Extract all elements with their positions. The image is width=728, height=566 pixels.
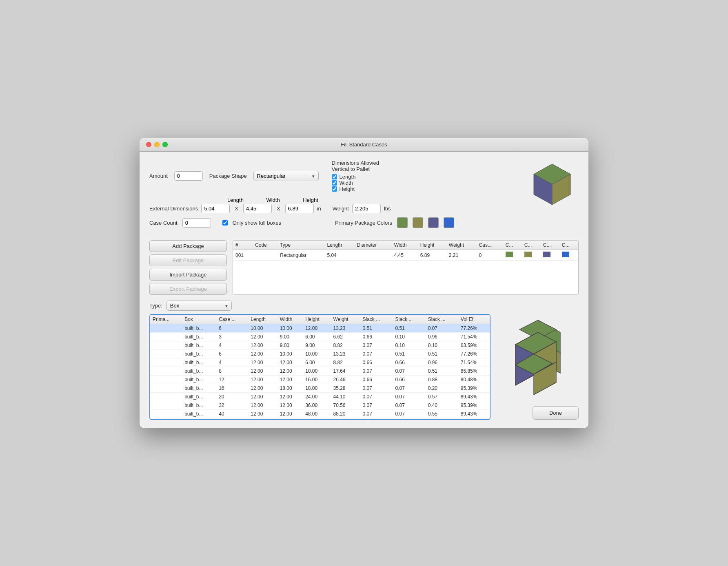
upper-table: # Code Type Length Diameter Width Height… [233, 241, 578, 261]
bt-cell-height: 18.00 [303, 384, 331, 393]
bt-cell-height: 6.00 [303, 333, 331, 341]
list-item[interactable]: built_b... 4 12.00 9.00 9.00 8.82 0.07 0… [150, 341, 490, 350]
bt-col-length: Length [248, 315, 277, 324]
list-item[interactable]: built_b... 32 12.00 12.00 36.00 70.56 0.… [150, 401, 490, 410]
bt-cell-box: built_b... [182, 376, 216, 384]
list-item[interactable]: built_b... 20 12.00 12.00 24.00 44.10 0.… [150, 393, 490, 401]
table-row[interactable]: 001 Rectangular 5.04 4.45 6.89 2.21 0 [233, 250, 578, 261]
bottom-table-wrapper[interactable]: Prima... Box Case ... Length Width Heigh… [149, 314, 491, 420]
amount-label: Amount [149, 173, 168, 179]
col-c3: C... [541, 241, 559, 250]
bt-cell-s3: 0.07 [426, 324, 458, 333]
type-select[interactable]: Box Bag Pallet Tray [166, 301, 232, 311]
done-button[interactable]: Done [533, 406, 579, 420]
bt-cell-weight: 13.23 [331, 350, 360, 358]
bt-cell-s3: 0.10 [426, 341, 458, 350]
bt-cell-length: 12.00 [248, 384, 277, 393]
width-checkbox[interactable] [332, 180, 337, 186]
bt-cell-s1: 0.07 [360, 350, 393, 358]
bt-cell-width: 12.00 [277, 401, 303, 410]
bt-cell-vol: 85.85% [458, 367, 490, 376]
add-package-button[interactable]: Add Package [149, 240, 227, 252]
bt-cell-height: 6.00 [303, 358, 331, 367]
color-swatch-1[interactable] [397, 217, 408, 228]
button-column: Add Package Edit Package Import Package … [149, 240, 227, 295]
bt-col-prima: Prima... [150, 315, 182, 324]
bt-cell-box: built_b... [182, 410, 216, 418]
bt-cell-s1: 0.07 [360, 393, 393, 401]
package-shape-select[interactable]: Rectangular Cylindrical Irregular [253, 171, 319, 181]
bt-cell-width: 10.00 [277, 418, 303, 420]
list-item[interactable]: built_b... 16 12.00 18.00 18.00 35.28 0.… [150, 384, 490, 393]
height-checkbox[interactable] [332, 186, 337, 192]
list-item[interactable]: built_b... 8 12.00 12.00 10.00 17.64 0.0… [150, 367, 490, 376]
col-num: # [233, 241, 253, 250]
minimize-button[interactable] [154, 142, 160, 147]
close-button[interactable] [146, 142, 151, 147]
import-package-button[interactable]: Import Package [149, 269, 227, 281]
color-swatch-2[interactable] [413, 217, 423, 228]
list-item[interactable]: built_b... 4 14.00 10.00 6.00 8.82 0.22 … [150, 418, 490, 420]
bt-cell-s1: 0.22 [360, 418, 393, 420]
cell-width: 4.45 [392, 250, 418, 261]
bt-cell-vol: 77.26% [458, 324, 490, 333]
col-height: Height [418, 241, 446, 250]
bt-cell-vol: 80.48% [458, 376, 490, 384]
title-bar: Fill Standard Cases [140, 138, 588, 152]
export-package-button[interactable]: Export Package [149, 283, 227, 295]
dims-allowed-title: Dimensions Allowed Vertical to Pallet [332, 160, 379, 172]
unit-label: in [317, 206, 321, 212]
case-count-input[interactable] [182, 218, 211, 228]
width-check-row: Width [332, 180, 379, 186]
bottom-area: Prima... Box Case ... Length Width Heigh… [149, 314, 579, 420]
bt-cell-s1: 0.66 [360, 358, 393, 367]
maximize-button[interactable] [162, 142, 168, 147]
bt-cell-s2: 0.07 [393, 393, 426, 401]
bottom-table: Prima... Box Case ... Length Width Heigh… [150, 315, 490, 420]
cell-type: Rectangular [277, 250, 324, 261]
bt-cell-length: 10.00 [248, 324, 277, 333]
bt-cell-length: 12.00 [248, 367, 277, 376]
bt-cell-s2: 0.51 [393, 418, 426, 420]
bt-cell-height: 36.00 [303, 401, 331, 410]
bt-cell-vol: 77.26% [458, 350, 490, 358]
width-input[interactable] [243, 204, 272, 213]
bt-cell-prima [150, 393, 182, 401]
bottom-right: Done [497, 314, 579, 420]
bt-cell-s1: 0.66 [360, 333, 393, 341]
amount-input[interactable] [174, 171, 203, 181]
color-swatch-3[interactable] [428, 217, 439, 228]
bt-cell-s1: 0.66 [360, 376, 393, 384]
bt-cell-width: 12.00 [277, 393, 303, 401]
bt-cell-height: 10.00 [303, 350, 331, 358]
bt-cell-width: 10.00 [277, 350, 303, 358]
bt-cell-s3: 0.88 [426, 376, 458, 384]
case-count-row: Case Count Only show full boxes Primary … [149, 217, 517, 228]
length-checkbox[interactable] [332, 174, 337, 179]
length-input[interactable] [201, 204, 230, 213]
list-item[interactable]: built_b... 3 12.00 9.00 6.00 6.62 0.66 0… [150, 333, 490, 341]
bt-cell-box: built_b... [182, 358, 216, 367]
list-item[interactable]: built_b... 40 12.00 12.00 48.00 88.20 0.… [150, 410, 490, 418]
dims-allowed-section: Dimensions Allowed Vertical to Pallet Le… [332, 160, 379, 192]
list-item[interactable]: built_b... 4 12.00 12.00 6.00 8.82 0.66 … [150, 358, 490, 367]
bt-cell-width: 9.00 [277, 333, 303, 341]
main-window: Fill Standard Cases Amount Package Shape… [140, 138, 588, 428]
list-item[interactable]: built_b... 12 12.00 12.00 16.00 26.46 0.… [150, 376, 490, 384]
bt-cell-s3: 0.51 [426, 367, 458, 376]
height-input[interactable] [285, 204, 314, 213]
bt-cell-s1: 0.07 [360, 367, 393, 376]
list-item[interactable]: built_b... 6 12.00 10.00 10.00 13.23 0.0… [150, 350, 490, 358]
x-sep-1: X [235, 206, 238, 212]
cell-c1 [503, 250, 522, 261]
color-swatch-4[interactable] [444, 217, 454, 228]
list-item[interactable]: built_b... 6 10.00 10.00 12.00 13.23 0.5… [150, 324, 490, 333]
weight-input[interactable] [352, 204, 381, 213]
bt-cell-case: 32 [216, 401, 248, 410]
bt-col-case: Case ... [216, 315, 248, 324]
bt-cell-height: 16.00 [303, 376, 331, 384]
only-full-checkbox[interactable] [222, 220, 228, 226]
bt-cell-vol: 95.39% [458, 401, 490, 410]
bt-cell-box: built_b... [182, 367, 216, 376]
edit-package-button[interactable]: Edit Package [149, 254, 227, 266]
